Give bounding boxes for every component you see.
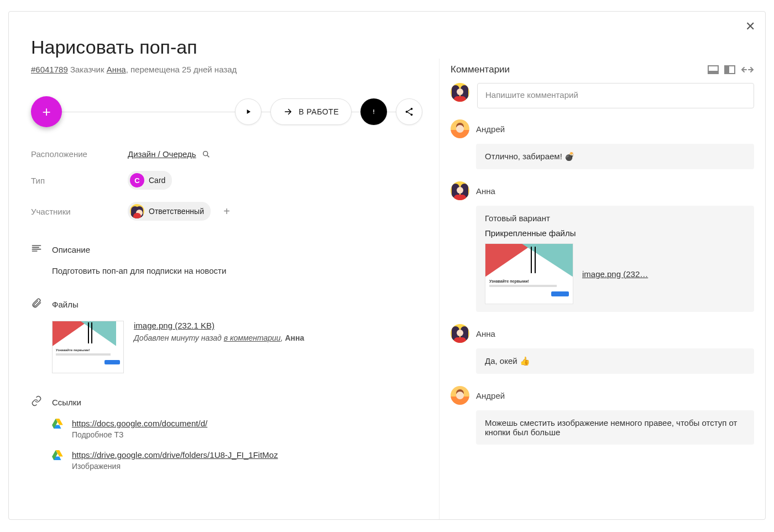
comment-body: Да, окей 👍: [476, 348, 754, 374]
alert-icon: [369, 107, 378, 116]
comment-input-row: Напишите комментарий: [440, 83, 765, 119]
member-role: Ответственный: [149, 207, 204, 216]
comment-author: Андрей: [476, 124, 505, 134]
comment-avatar: [451, 119, 469, 138]
comment-item: Андрей Отлично, забираем! 💣: [451, 119, 754, 169]
link-url[interactable]: https://docs.google.com/document/d/: [72, 419, 207, 428]
requester-label: Заказчик: [70, 65, 104, 74]
status-label: В РАБОТЕ: [299, 107, 339, 116]
comment-item: Андрей Можешь сместить изображение немно…: [451, 386, 754, 445]
location-field: Расположение Дизайн / Очередь: [31, 149, 422, 159]
comment-author: Андрей: [476, 391, 505, 400]
link-icon: [31, 395, 44, 409]
comment-item: Анна Готовый вариант Прикрепленные файлы: [451, 181, 754, 312]
type-chip[interactable]: C Card: [128, 171, 172, 190]
play-button[interactable]: [235, 98, 262, 125]
attachment-thumbnail[interactable]: Узнавайте первыми!: [485, 243, 573, 304]
share-button[interactable]: [396, 98, 422, 125]
layout-bottom-icon[interactable]: [708, 65, 719, 74]
comment-author: Анна: [476, 186, 495, 196]
comments-panel: Комментарии Напишите комментарий Андрей …: [439, 59, 765, 519]
alert-button[interactable]: [360, 98, 387, 125]
card-meta: #6041789 Заказчик Анна, перемещена 25 дн…: [31, 65, 422, 74]
thumb-caption: Узнавайте первыми!: [56, 348, 120, 352]
comment-body: Готовый вариант Прикрепленные файлы Узна…: [476, 206, 754, 312]
share-icon: [404, 107, 414, 117]
action-row: + В РАБОТЕ: [31, 96, 422, 127]
file-comment-link[interactable]: в комментарии: [224, 333, 281, 342]
svg-point-6: [203, 151, 207, 155]
files-section: Файлы Узнавайте первыми! image.png (: [31, 298, 422, 373]
svg-rect-10: [725, 66, 729, 74]
member-chip[interactable]: Ответственный: [128, 202, 211, 221]
comment-avatar: [451, 386, 469, 405]
play-icon: [244, 108, 252, 116]
layout-side-icon[interactable]: [724, 65, 735, 74]
comment-avatar: [451, 181, 469, 200]
link-row: https://docs.google.com/document/d/ Подр…: [52, 419, 422, 439]
attachment-link[interactable]: image.png (232…: [582, 269, 648, 279]
link-url[interactable]: https://drive.google.com/drive/folders/1…: [72, 450, 278, 460]
links-section: Ссылки https://docs.google.com/document/…: [31, 395, 422, 471]
comments-title: Комментарии: [451, 64, 510, 75]
card-id[interactable]: #6041789: [31, 65, 68, 74]
description-section: Описание Подготовить поп-ап для подписки…: [31, 243, 422, 275]
description-icon: [31, 243, 44, 256]
svg-rect-2: [373, 113, 374, 114]
file-thumbnail[interactable]: Узнавайте первыми!: [52, 321, 124, 373]
gdrive-icon: [52, 419, 63, 429]
type-badge: C: [130, 173, 144, 187]
file-row: Узнавайте первыми! image.png (232.1 KB) …: [52, 321, 422, 373]
expand-icon[interactable]: [741, 66, 754, 73]
members-field: Участники Ответственный +: [31, 202, 422, 221]
current-user-avatar: [451, 83, 469, 102]
links-title: Ссылки: [52, 398, 81, 407]
files-title: Файлы: [52, 300, 79, 309]
status-button[interactable]: В РАБОТЕ: [270, 98, 352, 125]
file-name-link[interactable]: image.png (232.1 KB): [134, 321, 215, 330]
location-label: Расположение: [31, 149, 128, 159]
add-button[interactable]: +: [31, 96, 62, 127]
comments-header: Комментарии: [440, 59, 765, 83]
description-title: Описание: [52, 245, 90, 254]
moved-label: , перемещена 25 дней назад: [126, 65, 237, 74]
gdrive-icon: [52, 450, 63, 460]
type-field: Тип C Card: [31, 171, 422, 190]
comment-avatar: [451, 324, 469, 343]
close-icon[interactable]: ✕: [745, 19, 755, 34]
attachments-title: Прикрепленные файлы: [485, 228, 745, 238]
search-icon[interactable]: [202, 150, 211, 159]
comment-author: Анна: [476, 329, 495, 338]
location-value[interactable]: Дизайн / Очередь: [128, 149, 196, 159]
type-label: Тип: [31, 176, 128, 185]
svg-rect-8: [708, 71, 718, 74]
add-member-button[interactable]: +: [219, 204, 234, 218]
member-avatar: [130, 204, 144, 218]
type-value: Card: [149, 176, 165, 185]
file-description: Добавлен минуту назад в комментарии, Анн…: [134, 333, 304, 342]
file-author: Анна: [285, 333, 304, 342]
comments-list: Андрей Отлично, забираем! 💣 Анна Готовый…: [440, 119, 765, 519]
card-title: Нарисовать поп-ап: [31, 36, 422, 58]
arrow-right-icon: [283, 107, 293, 117]
svg-rect-1: [373, 109, 374, 112]
attachment-icon: [31, 298, 44, 311]
card-modal: ✕ Нарисовать поп-ап #6041789 Заказчик Ан…: [8, 11, 766, 520]
comment-input[interactable]: Напишите комментарий: [477, 83, 754, 108]
requester-name[interactable]: Анна: [107, 65, 126, 74]
card-main: Нарисовать поп-ап #6041789 Заказчик Анна…: [9, 12, 439, 519]
link-desc: Подробное ТЗ: [72, 430, 207, 439]
comment-body: Отлично, забираем! 💣: [476, 144, 754, 169]
description-body: Подготовить поп-ап для подписки на новос…: [31, 266, 422, 275]
comment-item: Анна Да, окей 👍: [451, 324, 754, 374]
members-label: Участники: [31, 207, 128, 216]
link-row: https://drive.google.com/drive/folders/1…: [52, 450, 422, 471]
comment-body: Можешь сместить изображение немного прав…: [476, 410, 754, 445]
link-desc: Изображения: [72, 462, 278, 471]
